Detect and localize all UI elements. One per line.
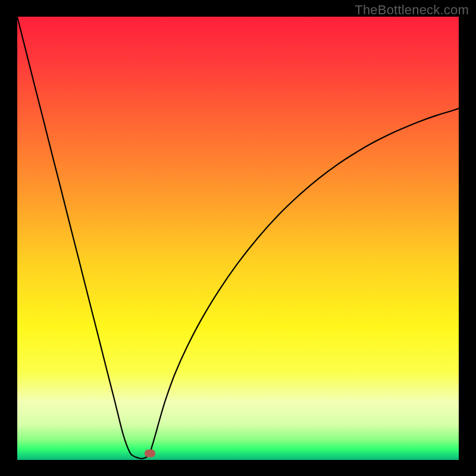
watermark-text: TheBottleneck.com (355, 2, 469, 18)
chart-frame: TheBottleneck.com (0, 0, 476, 476)
chart-svg (17, 17, 459, 460)
plot-area (17, 17, 459, 460)
red-marker (145, 449, 155, 457)
gradient-background (17, 17, 459, 460)
